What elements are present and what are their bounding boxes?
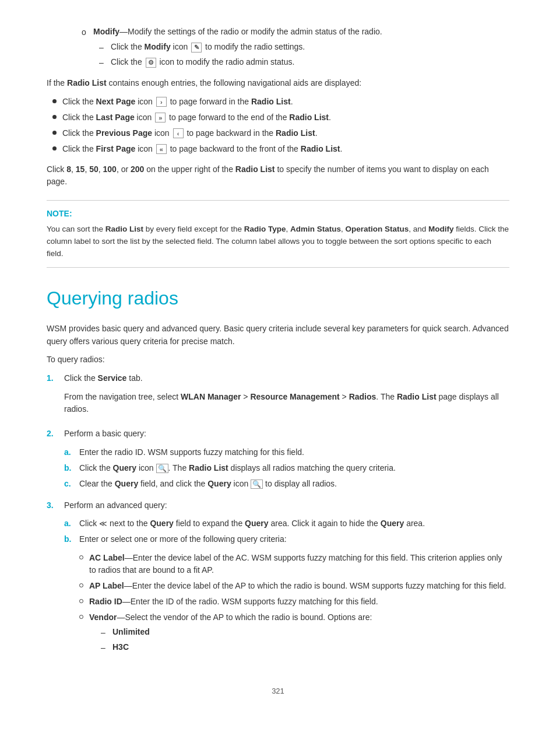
criteria-list: AC Label—Enter the device label of the A… bbox=[79, 552, 509, 656]
alpha-c: c. bbox=[64, 478, 76, 490]
step-3-text: Perform an advanced query: bbox=[64, 499, 509, 512]
alpha-b: b. bbox=[64, 462, 76, 474]
criteria-ap: AP Label—Enter the device label of the A… bbox=[79, 580, 509, 592]
nav-item-next: Click the Next Page icon › to page forwa… bbox=[47, 96, 509, 108]
section-intro2: To query radios: bbox=[47, 354, 509, 366]
step-2-text: Perform a basic query: bbox=[64, 428, 396, 440]
nav-prev-text: Click the Previous Page icon ‹ to page b… bbox=[62, 127, 318, 139]
criteria-ac: AC Label—Enter the device label of the A… bbox=[79, 552, 509, 576]
dash-icon: o bbox=[82, 26, 89, 38]
top-section: o Modify—Modify the settings of the radi… bbox=[47, 26, 509, 188]
alpha-3a: a. bbox=[64, 517, 76, 530]
step-3-alpha: a. Click ≪ next to the Query field to ex… bbox=[64, 517, 509, 659]
gear-icon: ⚙ bbox=[146, 58, 156, 68]
criteria-vendor-content: Vendor—Select the vendor of the AP to wh… bbox=[89, 611, 372, 656]
page-number: 321 bbox=[47, 685, 509, 697]
query-icon-c: 🔍 bbox=[251, 480, 263, 489]
nav-next-text: Click the Next Page icon › to page forwa… bbox=[62, 96, 293, 108]
criteria-vendor: Vendor—Select the vendor of the AP to wh… bbox=[79, 611, 509, 656]
dash2: – bbox=[99, 57, 106, 69]
nav-item-first: Click the First Page icon « to page back… bbox=[47, 143, 509, 155]
criteria-vendor-text: Vendor—Select the vendor of the AP to wh… bbox=[89, 612, 372, 622]
alpha-a: a. bbox=[64, 446, 76, 459]
step-2-content: Perform a basic query: a. Enter the radi… bbox=[64, 428, 396, 494]
query-icon-b: 🔍 bbox=[156, 464, 168, 473]
prev-page-icon: ‹ bbox=[173, 128, 184, 138]
note-block: NOTE: You can sort the Radio List by eve… bbox=[47, 200, 509, 268]
step-1-num: 1. bbox=[47, 372, 61, 384]
step-2-alpha: a. Enter the radio ID. WSM supports fuzz… bbox=[64, 446, 396, 490]
modify-click2-text: Click the ⚙ icon to modify the radio adm… bbox=[111, 56, 294, 68]
first-page-icon: « bbox=[156, 144, 167, 154]
modify-bullets: o Modify—Modify the settings of the radi… bbox=[82, 26, 509, 38]
nav-item-last: Click the Last Page icon » to page forwa… bbox=[47, 111, 509, 124]
modify-click1-text: Click the Modify icon ✎ to modify the ra… bbox=[111, 41, 305, 53]
bullet-dot bbox=[52, 146, 57, 150]
vendor-h3c: – H3C bbox=[101, 641, 372, 654]
next-page-icon: › bbox=[156, 97, 167, 107]
step-2-num: 2. bbox=[47, 428, 61, 440]
step-1: 1. Click the Service tab. From the navig… bbox=[47, 372, 509, 422]
dash1: – bbox=[99, 41, 106, 54]
vendor-dash2: – bbox=[101, 642, 108, 654]
note-text: You can sort the Radio List by every fie… bbox=[47, 223, 509, 260]
circle-icon bbox=[79, 583, 83, 587]
circle-icon bbox=[79, 615, 83, 619]
circle-icon bbox=[79, 555, 83, 559]
vendor-options: – Unlimited – H3C bbox=[89, 626, 372, 654]
step-3b-content: Enter or select one or more of the follo… bbox=[79, 533, 509, 659]
step-3a-text: Click ≪ next to the Query field to expan… bbox=[79, 517, 425, 530]
steps-list: 1. Click the Service tab. From the navig… bbox=[47, 372, 509, 662]
criteria-radioid: Radio ID—Enter the ID of the radio. WSM … bbox=[79, 596, 509, 608]
criteria-ap-text: AP Label—Enter the device label of the A… bbox=[89, 580, 506, 592]
nav-intro-para: If the Radio List contains enough entrie… bbox=[47, 77, 509, 90]
step-2b: b. Click the Query icon 🔍. The Radio Lis… bbox=[64, 462, 396, 474]
bullet-dot bbox=[52, 131, 57, 135]
section-title: Querying radios bbox=[47, 284, 509, 312]
modify-sub-items: – Click the Modify icon ✎ to modify the … bbox=[82, 41, 509, 69]
step-1-content: Click the Service tab. From the navigati… bbox=[64, 372, 509, 422]
section-intro1: WSM provides basic query and advanced qu… bbox=[47, 323, 509, 348]
step-1-sub: From the navigation tree, select WLAN Ma… bbox=[64, 391, 509, 416]
vendor-dash1: – bbox=[101, 626, 108, 639]
nav-first-text: Click the First Page icon « to page back… bbox=[62, 143, 342, 155]
expand-icon: ≪ bbox=[99, 519, 107, 528]
step-1-text: Click the Service tab. bbox=[64, 372, 509, 385]
modify-item: o Modify—Modify the settings of the radi… bbox=[82, 26, 509, 38]
modify-section: o Modify—Modify the settings of the radi… bbox=[47, 26, 509, 69]
modify-text: Modify—Modify the settings of the radio … bbox=[93, 26, 382, 38]
bullet-dot bbox=[52, 99, 57, 103]
modify-label: Modify bbox=[93, 27, 119, 36]
nav-list: Click the Next Page icon › to page forwa… bbox=[47, 96, 509, 155]
vendor-h3c-label: H3C bbox=[112, 641, 129, 653]
step-3-content: Perform an advanced query: a. Click ≪ ne… bbox=[64, 499, 509, 662]
step-2a-text: Enter the radio ID. WSM supports fuzzy m… bbox=[79, 446, 304, 459]
modify-click2: – Click the ⚙ icon to modify the radio a… bbox=[99, 56, 509, 69]
bullet-dot bbox=[52, 115, 57, 119]
step-2b-text: Click the Query icon 🔍. The Radio List d… bbox=[79, 462, 396, 474]
alpha-3b: b. bbox=[64, 533, 76, 545]
criteria-radioid-text: Radio ID—Enter the ID of the radio. WSM … bbox=[89, 596, 378, 608]
modify-desc: —Modify the settings of the radio or mod… bbox=[119, 27, 382, 36]
step-3b: b. Enter or select one or more of the fo… bbox=[64, 533, 509, 659]
circle-icon bbox=[79, 599, 83, 603]
modify-click1: – Click the Modify icon ✎ to modify the … bbox=[99, 41, 509, 54]
step-3-num: 3. bbox=[47, 499, 61, 512]
step-2: 2. Perform a basic query: a. Enter the r… bbox=[47, 428, 509, 494]
note-label: NOTE: bbox=[47, 208, 509, 220]
step-3b-intro: Enter or select one or more of the follo… bbox=[79, 533, 509, 546]
nav-last-text: Click the Last Page icon » to page forwa… bbox=[62, 111, 331, 124]
modify-icon: ✎ bbox=[191, 43, 202, 52]
vendor-unlimited-label: Unlimited bbox=[112, 626, 150, 638]
step-3: 3. Perform an advanced query: a. Click ≪… bbox=[47, 499, 509, 662]
last-page-icon: » bbox=[155, 113, 166, 123]
step-2c: c. Clear the Query field, and click the … bbox=[64, 478, 396, 490]
criteria-ac-text: AC Label—Enter the device label of the A… bbox=[89, 552, 509, 576]
step-2c-text: Clear the Query field, and click the Que… bbox=[79, 478, 337, 490]
click-numbers-para: Click 8, 15, 50, 100, or 200 on the uppe… bbox=[47, 163, 509, 188]
nav-item-prev: Click the Previous Page icon ‹ to page b… bbox=[47, 127, 509, 139]
step-3a: a. Click ≪ next to the Query field to ex… bbox=[64, 517, 509, 530]
vendor-unlimited: – Unlimited bbox=[101, 626, 372, 639]
step-2a: a. Enter the radio ID. WSM supports fuzz… bbox=[64, 446, 396, 459]
